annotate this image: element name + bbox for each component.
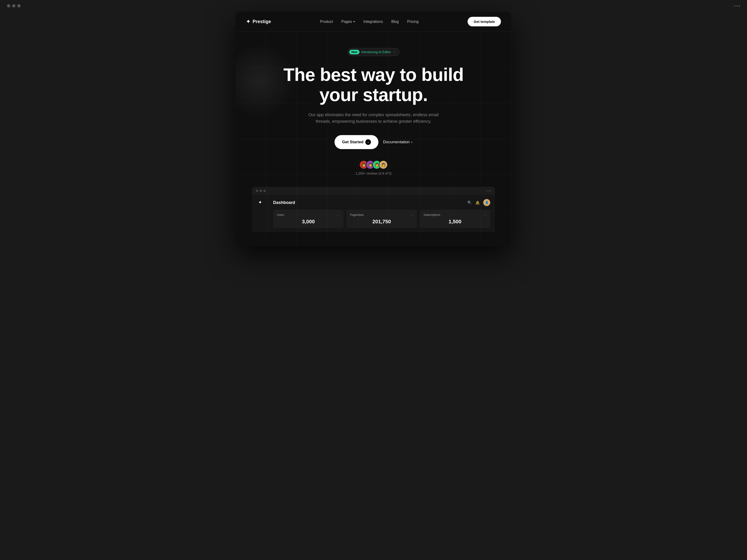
nav-link-pricing[interactable]: Pricing [407, 20, 418, 24]
search-icon[interactable]: 🔍 [467, 201, 472, 205]
social-proof: 👩 👩 👩 👩 1,200+ reviews (4.9 of 5) [245, 160, 502, 175]
dashboard-preview-wrapper: ✦ Dashboard 🔍 🔔 👤 [245, 187, 502, 232]
badge-arrow-icon: → [393, 50, 396, 54]
nav-link-product[interactable]: Product [320, 20, 333, 24]
user-avatar[interactable]: 👤 [483, 199, 490, 206]
hero-title: The best way to build your startup. [245, 65, 502, 105]
get-started-label: Get Started [342, 140, 363, 144]
documentation-button[interactable]: Documentation › [383, 140, 412, 144]
logo-text: Prestige [253, 19, 271, 24]
pageviews-card-value: 201,750 [350, 219, 413, 225]
dashboard-header: Dashboard 🔍 🔔 👤 [273, 199, 490, 206]
nav-item-integrations[interactable]: Integrations [363, 20, 383, 24]
badge-new-label: New [349, 50, 360, 54]
nav-item-product[interactable]: Product [320, 20, 333, 24]
os-title-bar [0, 0, 747, 12]
announcement-badge[interactable]: New Introducing AI Editor → [347, 48, 400, 56]
close-dot [7, 4, 10, 7]
nav-links: Product Pages Integrations Blog Pricing [320, 20, 418, 24]
dashboard-content: ✦ Dashboard 🔍 🔔 👤 [252, 195, 495, 232]
get-template-button[interactable]: Get template [468, 17, 501, 26]
users-card-value: 3,000 [277, 219, 340, 225]
reviews-text: 1,200+ reviews (4.9 of 5) [356, 171, 391, 175]
logo-icon: ✦ [246, 19, 250, 25]
hero-section: New Introducing AI Editor → The best way… [236, 32, 511, 246]
subscriptions-card-header: Subscriptions ··· [423, 213, 487, 217]
nav-item-blog[interactable]: Blog [391, 20, 399, 24]
dash-dot-1 [256, 190, 258, 192]
pageviews-card-label: Pageviews [350, 213, 364, 216]
dashboard-title: Dashboard [273, 200, 295, 205]
chevron-down-icon [353, 21, 355, 22]
dashboard-more-icon [487, 190, 491, 191]
dashboard-sidebar: ✦ [252, 195, 268, 232]
minimize-dot [12, 4, 16, 7]
users-card-header: Users ··· [277, 213, 340, 217]
navbar: ✦ Prestige Product Pages Integrations Bl… [236, 12, 511, 32]
dashboard-preview: ✦ Dashboard 🔍 🔔 👤 [252, 187, 495, 232]
dash-dot-2 [260, 190, 262, 192]
maximize-dot [17, 4, 21, 7]
cta-buttons: Get Started › Documentation › [245, 135, 502, 149]
avatar-4: 👩 [379, 160, 388, 169]
pageviews-card-menu-icon[interactable]: ··· [410, 213, 413, 217]
hero-title-line1: The best way to build [283, 64, 464, 85]
nav-link-integrations[interactable]: Integrations [363, 20, 383, 24]
hero-subtitle: Our app eliminates the need for complex … [301, 111, 446, 125]
get-started-arrow-icon: › [365, 139, 371, 145]
get-started-button[interactable]: Get Started › [335, 135, 379, 149]
hero-title-line2: your startup. [319, 84, 428, 105]
dashboard-window-controls [256, 190, 266, 192]
badge-text: Introducing AI Editor [361, 50, 391, 54]
nav-link-blog[interactable]: Blog [391, 20, 399, 24]
users-card-label: Users [277, 213, 284, 216]
window-controls [7, 4, 21, 7]
subscriptions-card: Subscriptions ··· 1,500 [420, 210, 490, 228]
dashboard-header-icons: 🔍 🔔 👤 [467, 199, 490, 206]
subscriptions-card-menu-icon[interactable]: ··· [484, 213, 487, 217]
reviewer-avatars: 👩 👩 👩 👩 [359, 160, 388, 169]
dashboard-main: Dashboard 🔍 🔔 👤 Users [268, 195, 495, 232]
pageviews-card-header: Pageviews ··· [350, 213, 413, 217]
title-bar-more-icon [734, 5, 740, 6]
dashboard-cards: Users ··· 3,000 Pageviews ··· 201 [273, 210, 490, 228]
dashboard-titlebar [252, 187, 495, 195]
nav-link-pages[interactable]: Pages [341, 20, 355, 24]
docs-label: Documentation [383, 140, 410, 144]
logo: ✦ Prestige [246, 19, 271, 25]
docs-arrow-icon: › [411, 140, 412, 144]
nav-item-pricing[interactable]: Pricing [407, 20, 418, 24]
subscriptions-card-value: 1,500 [423, 219, 487, 225]
users-card-menu-icon[interactable]: ··· [337, 213, 340, 217]
notification-icon[interactable]: 🔔 [475, 201, 480, 205]
subscriptions-card-label: Subscriptions [423, 213, 440, 216]
users-card: Users ··· 3,000 [273, 210, 344, 228]
dash-dot-3 [263, 190, 266, 192]
nav-item-pages[interactable]: Pages [341, 20, 355, 24]
dashboard-logo-icon: ✦ [258, 199, 262, 205]
pageviews-card: Pageviews ··· 201,750 [346, 210, 417, 228]
browser-window: ✦ Prestige Product Pages Integrations Bl… [236, 12, 511, 246]
